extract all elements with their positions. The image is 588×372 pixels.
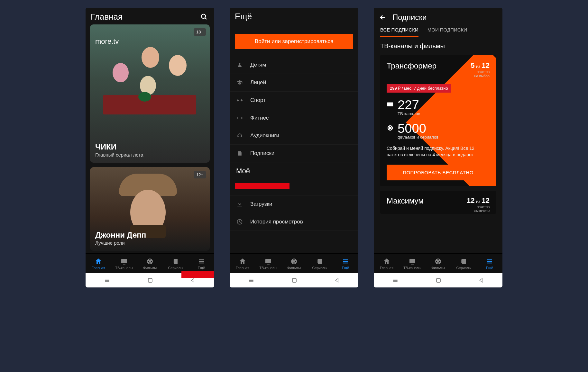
svg-point-30 bbox=[292, 261, 293, 262]
svg-rect-46 bbox=[409, 259, 415, 263]
count-total: 12 bbox=[482, 61, 490, 69]
svg-rect-31 bbox=[318, 259, 322, 264]
hero-card-chiki[interactable]: more.tv 18+ ЧИКИ Главный сериал лета bbox=[90, 24, 210, 163]
stat-channels: 227 ТВ-каналов bbox=[387, 98, 490, 116]
recent-apps-icon[interactable] bbox=[392, 277, 399, 284]
svg-point-6 bbox=[151, 261, 152, 262]
stat-movies: 5000 фильмов и сериалов bbox=[387, 122, 490, 140]
tab-series[interactable]: Сериалы bbox=[163, 254, 188, 273]
menu-item-audiobooks[interactable]: Аудиокниги bbox=[230, 127, 358, 145]
tabbar: Главная ТВ-каналы Фильмы Сериалы Ещё bbox=[86, 253, 214, 273]
plan-card-maximum[interactable]: Максимум 12 из 12 пакетов включено bbox=[380, 191, 496, 214]
login-button[interactable]: Войти или зарегистрироваться bbox=[235, 34, 353, 49]
more-icon bbox=[198, 258, 205, 265]
svg-rect-10 bbox=[173, 259, 173, 263]
card-title: Джонни Депп bbox=[95, 231, 146, 240]
series-icon bbox=[172, 258, 179, 265]
tab-films[interactable]: Фильмы bbox=[281, 254, 307, 273]
home-icon bbox=[95, 258, 102, 265]
plan-count: 12 из 12 пакетов включено bbox=[467, 196, 490, 213]
tab-home[interactable]: Главная bbox=[230, 254, 255, 273]
tab-label: Главная bbox=[380, 266, 393, 270]
recent-apps-icon[interactable] bbox=[248, 277, 254, 284]
svg-rect-54 bbox=[461, 259, 462, 263]
menu-label: История просмотров bbox=[250, 219, 303, 225]
age-badge: 12+ bbox=[194, 171, 206, 178]
tab-home[interactable]: Главная bbox=[86, 254, 111, 273]
svg-point-28 bbox=[295, 261, 296, 262]
svg-rect-40 bbox=[387, 103, 393, 106]
menu-label: Спорт bbox=[250, 97, 266, 104]
content-area: Ещё Войти или зарегистрироваться Детям Л… bbox=[230, 8, 358, 253]
redaction-bar bbox=[235, 183, 289, 189]
tab-more[interactable]: Ещё bbox=[477, 254, 502, 273]
sub-tab-my[interactable]: МОИ ПОДПИСКИ bbox=[427, 27, 467, 37]
history-icon bbox=[236, 218, 243, 225]
menu-item-fitness[interactable]: Фитнес bbox=[230, 109, 358, 127]
menu-label: Фитнес bbox=[250, 115, 269, 121]
header: Главная bbox=[86, 8, 214, 24]
tab-label: ТВ-каналы bbox=[403, 266, 421, 270]
svg-rect-20 bbox=[237, 117, 238, 118]
hero-card-depp[interactable]: 12+ Джонни Депп Лучшие роли bbox=[90, 167, 210, 251]
tab-label: ТВ-каналы bbox=[115, 266, 133, 270]
audio-icon bbox=[236, 132, 243, 139]
svg-rect-9 bbox=[174, 259, 178, 264]
tab-home[interactable]: Главная bbox=[374, 254, 400, 273]
card-text: ЧИКИ Главный сериал лета bbox=[95, 142, 143, 158]
tab-more[interactable]: Ещё bbox=[333, 254, 358, 273]
menu-label: Загрузки bbox=[250, 201, 272, 207]
back-nav-icon[interactable] bbox=[334, 277, 340, 283]
tab-tv[interactable]: ТВ-каналы bbox=[400, 254, 425, 273]
svg-rect-3 bbox=[123, 264, 125, 265]
svg-point-29 bbox=[293, 262, 295, 264]
redaction-bar bbox=[181, 271, 214, 278]
svg-point-51 bbox=[437, 262, 439, 264]
sub-tab-all[interactable]: ВСЕ ПОДПИСКИ bbox=[380, 27, 418, 37]
tab-tv[interactable]: ТВ-каналы bbox=[255, 254, 281, 273]
tab-films[interactable]: Фильмы bbox=[137, 254, 163, 273]
menu-item-history[interactable]: История просмотров bbox=[230, 213, 358, 231]
home-nav-icon[interactable] bbox=[436, 277, 441, 283]
film-icon bbox=[434, 258, 442, 265]
svg-rect-24 bbox=[265, 259, 271, 263]
card-subtitle: Лучшие роли bbox=[95, 240, 146, 246]
tab-series[interactable]: Сериалы bbox=[307, 254, 333, 273]
back-nav-icon[interactable] bbox=[190, 277, 196, 283]
film-icon bbox=[146, 258, 154, 265]
count-sub: пакетов на выбор bbox=[471, 70, 490, 78]
tab-label: Главная bbox=[92, 266, 105, 270]
tab-series[interactable]: Сериалы bbox=[451, 254, 477, 273]
tab-more[interactable]: Ещё bbox=[188, 254, 214, 273]
svg-rect-61 bbox=[436, 278, 440, 282]
home-nav-icon[interactable] bbox=[147, 277, 153, 283]
page-title: Подписки bbox=[392, 13, 427, 22]
screen-subscriptions: Подписки ВСЕ ПОДПИСКИ МОИ ПОДПИСКИ ТВ-ка… bbox=[374, 8, 502, 287]
section-title-my: Моё bbox=[230, 162, 358, 178]
svg-rect-47 bbox=[411, 264, 414, 265]
subs-icon bbox=[236, 150, 243, 157]
back-icon[interactable] bbox=[379, 14, 387, 21]
svg-rect-39 bbox=[292, 278, 296, 282]
menu-item-downloads[interactable]: Загрузки bbox=[230, 195, 358, 213]
menu-item-kids[interactable]: Детям bbox=[230, 56, 358, 74]
back-nav-icon[interactable] bbox=[478, 277, 484, 283]
menu-item-sport[interactable]: Спорт bbox=[230, 92, 358, 109]
menu-item-school[interactable]: Лицей bbox=[230, 74, 358, 92]
school-icon bbox=[236, 79, 243, 86]
stat-label: ТВ-каналов bbox=[398, 111, 420, 116]
home-nav-icon[interactable] bbox=[291, 277, 297, 283]
plan-card-transformer[interactable]: Трансформер 5 из 12 пакетов на выбор 299… bbox=[380, 55, 496, 186]
search-icon[interactable] bbox=[199, 12, 209, 22]
tab-tv[interactable]: ТВ-каналы bbox=[111, 254, 137, 273]
card-title: ЧИКИ bbox=[95, 142, 143, 151]
recent-apps-icon[interactable] bbox=[104, 277, 110, 284]
menu-item-subscriptions[interactable]: Подписки bbox=[230, 145, 358, 162]
tabbar: Главная ТВ-каналы Фильмы Сериалы Ещё bbox=[230, 253, 358, 273]
tab-label: ТВ-каналы bbox=[259, 266, 277, 270]
try-free-button[interactable]: ПОПРОБОВАТЬ БЕСПЛАТНО bbox=[387, 165, 490, 180]
menu-label: Лицей bbox=[250, 79, 266, 86]
svg-rect-2 bbox=[121, 259, 127, 263]
tab-films[interactable]: Фильмы bbox=[425, 254, 451, 273]
tab-label: Ещё bbox=[486, 266, 493, 270]
